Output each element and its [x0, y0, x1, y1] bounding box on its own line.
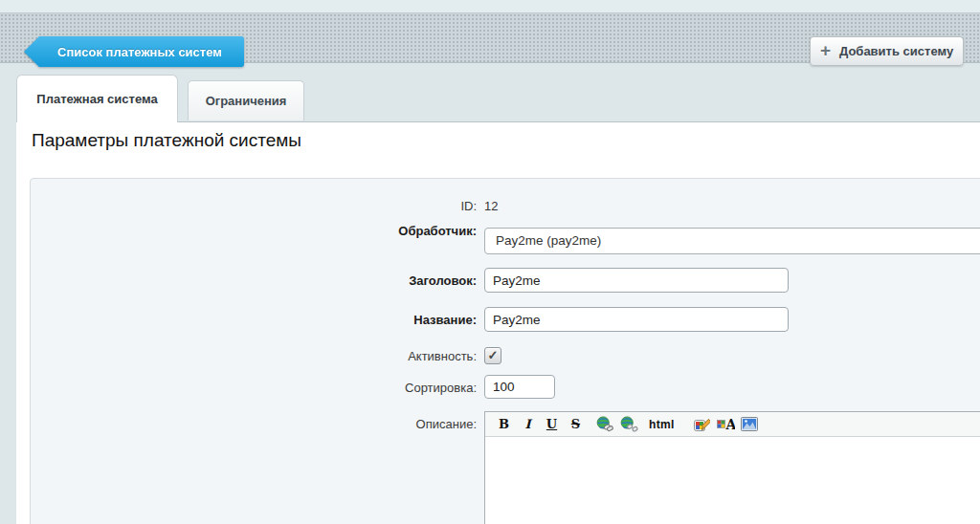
form-panel: ID: 12 Обработчик: Pay2me (pay2me) Загол…: [30, 178, 980, 524]
tab-payment-system[interactable]: Платежная система: [16, 75, 178, 122]
insert-link-icon: [596, 416, 614, 432]
insert-image-button[interactable]: [740, 415, 760, 434]
remove-link-button[interactable]: [619, 415, 639, 434]
sort-input[interactable]: [484, 375, 555, 399]
handler-select-value: Pay2me (pay2me): [496, 233, 601, 248]
checkmark-icon: ✓: [488, 349, 499, 361]
title-input[interactable]: [484, 268, 789, 293]
tab-restrictions[interactable]: Ограничения: [188, 80, 304, 120]
remove-link-icon: [620, 416, 638, 432]
add-button-label: Добавить систему: [839, 44, 953, 58]
plus-icon: +: [820, 41, 831, 59]
page-title: Параметры платежной системы: [32, 130, 301, 151]
back-button-label: Список платежных систем: [57, 45, 222, 59]
back-to-list-button[interactable]: Список платежных систем: [24, 36, 244, 67]
active-label: Активность:: [31, 349, 477, 363]
text-color-button[interactable]: [692, 415, 712, 434]
name-input[interactable]: [484, 307, 789, 332]
id-value: 12: [484, 199, 498, 213]
handler-label: Обработчик:: [31, 224, 477, 238]
editor-toolbar: B I U S: [485, 412, 980, 437]
add-system-button[interactable]: + Добавить систему: [810, 36, 964, 66]
strikethrough-button[interactable]: S: [566, 415, 586, 434]
svg-text:A: A: [724, 417, 735, 431]
window-top-strip: [0, 0, 980, 12]
font-button[interactable]: A: [716, 415, 736, 434]
insert-image-icon: [741, 417, 758, 431]
text-color-icon: [694, 417, 710, 432]
description-editor: B I U S: [484, 411, 980, 524]
insert-link-button[interactable]: [595, 415, 615, 434]
tab-restrictions-label: Ограничения: [206, 94, 287, 108]
active-checkbox[interactable]: ✓: [484, 347, 501, 364]
underline-button[interactable]: U: [542, 415, 562, 434]
font-icon: A: [717, 417, 735, 431]
title-label: Заголовок:: [31, 273, 477, 288]
handler-select[interactable]: Pay2me (pay2me): [484, 228, 980, 254]
sort-label: Сортировка:: [31, 381, 477, 395]
id-label: ID:: [31, 199, 477, 213]
description-label: Описание:: [31, 417, 477, 431]
admin-toolbar: Список платежных систем + Добавить систе…: [0, 12, 980, 63]
bold-button[interactable]: B: [494, 415, 514, 434]
name-label: Название:: [31, 313, 477, 327]
italic-button[interactable]: I: [518, 415, 538, 434]
description-editor-body[interactable]: [485, 437, 980, 524]
back-button-wrap: Список платежных систем: [24, 36, 244, 67]
payment-system-edit-page: Список платежных систем + Добавить систе…: [0, 0, 980, 524]
tab-payment-system-label: Платежная система: [36, 92, 157, 106]
html-mode-button[interactable]: html: [649, 415, 675, 434]
